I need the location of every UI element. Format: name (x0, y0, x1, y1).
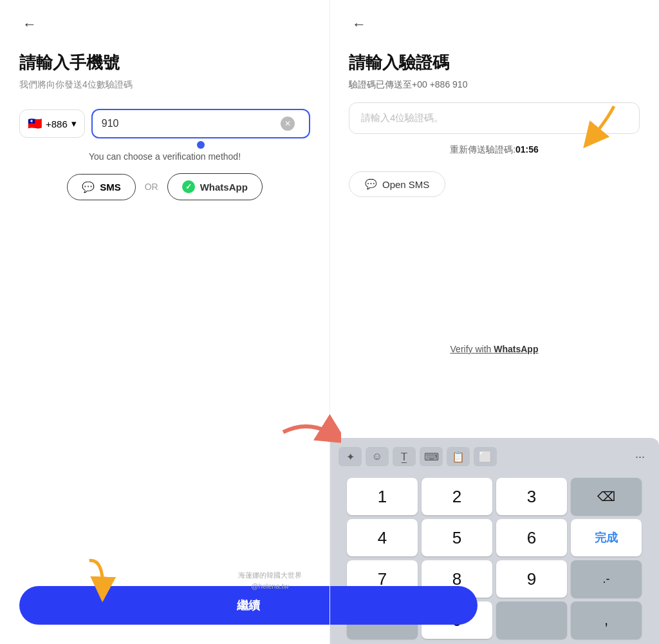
keyboard-row-2: 4 5 6 完成 (335, 519, 654, 556)
open-sms-icon: 💬 (365, 178, 377, 190)
whatsapp-button[interactable]: ✓ WhatsApp (167, 173, 263, 200)
back-icon-left: ← (23, 16, 37, 33)
back-icon-right: ← (352, 16, 366, 33)
key-4[interactable]: 4 (347, 519, 418, 556)
key-6[interactable]: 6 (496, 519, 567, 556)
open-sms-button[interactable]: 💬 Open SMS (349, 171, 445, 197)
whatsapp-icon: ✓ (182, 180, 195, 193)
resend-row: 重新傳送驗證碼:01:56 (349, 144, 640, 156)
back-button-right[interactable]: ← (349, 13, 369, 36)
toolbar-more-icon[interactable]: ··· (630, 448, 650, 466)
phone-display: 驗證碼已傳送至+00 +886 910 (349, 79, 640, 91)
verify-whatsapp-link[interactable]: Verify with WhatsApp (330, 344, 659, 354)
page-title-left: 請輸入手機號 (19, 52, 310, 74)
watermark: 海蓮娜的韓國大世界 @helena.tw (238, 570, 302, 592)
or-label: OR (145, 182, 158, 192)
phone-input-row: 🇹🇼 +886 ▾ ✕ (19, 109, 310, 138)
keyboard-row-1: 1 2 3 ⌫ (335, 478, 654, 515)
sms-label: SMS (100, 182, 121, 193)
code-placeholder: 請輸入4位驗證碼。 (361, 112, 443, 123)
toolbar-screen-icon[interactable]: ⬜ (474, 447, 497, 466)
key-2[interactable]: 2 (422, 478, 492, 515)
key-done[interactable]: 完成 (571, 519, 642, 556)
phone-number-input[interactable] (102, 118, 281, 129)
clear-button[interactable]: ✕ (281, 117, 295, 131)
flag-icon: 🇹🇼 (28, 117, 42, 131)
key-period-dash[interactable]: .- (571, 560, 642, 598)
country-selector[interactable]: 🇹🇼 +886 ▾ (19, 109, 85, 138)
key-backspace[interactable]: ⌫ (571, 478, 642, 515)
back-button-left[interactable]: ← (19, 13, 40, 36)
phone-info-text: 驗證碼已傳送至+00 +886 910 (349, 79, 467, 90)
left-screen: ← 請輸入手機號 我們將向你發送4位數驗證碼 🇹🇼 +886 ▾ ✕ You c… (0, 0, 330, 644)
page-title-right: 請輸入驗證碼 (349, 52, 640, 74)
verify-method-label: You can choose a verification method! (19, 151, 310, 162)
key-3[interactable]: 3 (496, 478, 567, 515)
open-sms-label: Open SMS (382, 179, 429, 190)
watermark-line1: 海蓮娜的韓國大世界 (238, 570, 302, 582)
toolbar-text-icon[interactable]: T̲ (393, 447, 416, 466)
screen-divider (330, 0, 330, 644)
toolbar-sparkle-icon[interactable]: ✦ (339, 447, 362, 466)
key-9[interactable]: 9 (496, 560, 567, 598)
key-1[interactable]: 1 (347, 478, 418, 515)
whatsapp-label: WhatsApp (200, 182, 248, 193)
code-input-box[interactable]: 請輸入4位驗證碼。 (349, 102, 640, 134)
key-comma[interactable]: , (571, 601, 642, 639)
sms-button[interactable]: 💬 SMS (67, 174, 136, 200)
toolbar-keyboard-icon[interactable]: ⌨ (420, 447, 443, 466)
toolbar-emoji-icon[interactable]: ☺ (366, 447, 389, 466)
country-code: +886 (46, 118, 68, 129)
verify-whatsapp-prefix: Verify with (450, 344, 494, 354)
verify-whatsapp-bold: WhatsApp (494, 344, 538, 354)
resend-prefix: 重新傳送驗證碼: (450, 144, 515, 155)
key-empty-right (496, 601, 567, 639)
toolbar-icons: ✦ ☺ T̲ ⌨ 📋 ⬜ (339, 447, 497, 466)
dropdown-arrow-icon: ▾ (71, 118, 77, 129)
method-row: 💬 SMS OR ✓ WhatsApp (19, 173, 310, 200)
phone-input-wrapper[interactable]: ✕ (91, 109, 310, 138)
keyboard-toolbar: ✦ ☺ T̲ ⌨ 📋 ⬜ ··· (332, 443, 656, 470)
key-5[interactable]: 5 (422, 519, 492, 556)
cursor-indicator (197, 141, 205, 149)
toolbar-clipboard-icon[interactable]: 📋 (447, 447, 470, 466)
watermark-line2: @helena.tw (238, 581, 302, 592)
resend-timer: 01:56 (515, 144, 539, 155)
sms-icon: 💬 (82, 181, 95, 193)
page-subtitle-left: 我們將向你發送4位數驗證碼 (19, 79, 310, 91)
